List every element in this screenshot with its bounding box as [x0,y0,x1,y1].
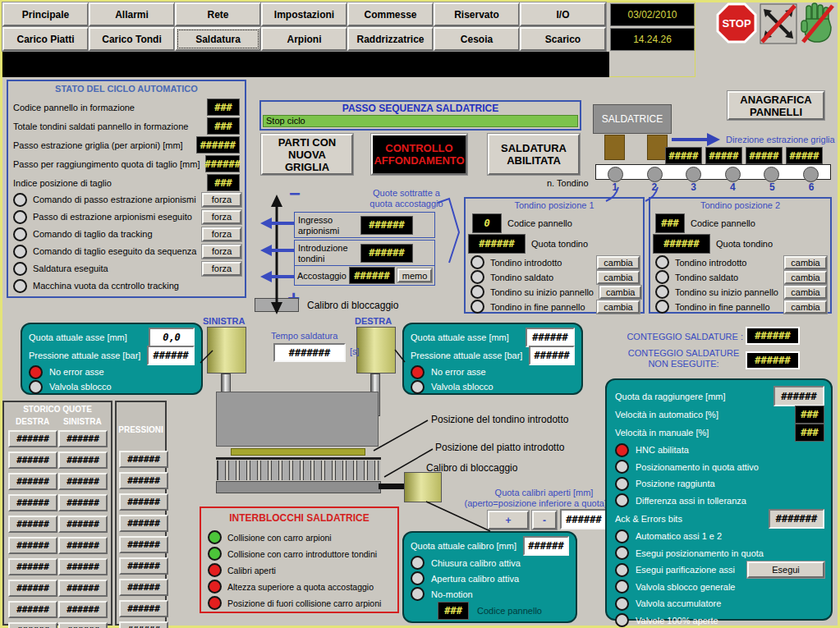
storico-value-cell[interactable]: ###### [58,473,108,490]
quota-raggiungere-display[interactable]: ###### [773,386,824,406]
led-row: Collisione con carro introduttore tondin… [208,546,395,562]
nav-tab[interactable]: Saldatura [175,27,261,51]
storico-value-cell[interactable]: ###### [8,452,57,469]
stato-ciclo-panel: STATO DEL CICLO AUTOMATICO Codice pannel… [7,80,246,298]
roller [686,167,701,182]
pressioni-value-cell[interactable]: ###### [119,536,168,553]
storico-value-cell[interactable]: ###### [58,622,108,628]
controllo-affondamento-button[interactable]: CONTROLLO AFFONDAMENTO [371,134,467,175]
cambia-button[interactable]: cambia [597,300,640,314]
storico-value-cell[interactable]: ###### [58,430,108,447]
pressione-asse-display[interactable]: ###### [147,346,195,365]
status-led-icon [29,365,43,379]
led-row: Posizione raggiunta [615,475,824,493]
cambia-button[interactable]: cambia [784,256,827,269]
cambia-button[interactable]: cambia [784,286,827,299]
saldatura-abilitata-button[interactable]: SALDATURA ABILITATA [488,134,580,175]
forza-button[interactable]: forza [202,227,241,241]
parti-nuova-griglia-button[interactable]: PARTI CON NUOVA GRIGLIA [261,134,353,175]
nav-tab[interactable]: Carico Tondi [89,27,175,51]
led-label: Automatico assi 1 e 2 [636,531,824,541]
nav-tab[interactable]: I/O [520,2,606,26]
forza-button[interactable]: forza [202,262,241,276]
led-row: No-motion [411,586,569,602]
storico-value-cell[interactable]: ###### [58,516,108,533]
storico-value-cell[interactable]: ###### [58,558,108,575]
storico-value-cell[interactable]: ###### [8,516,57,533]
roller-number: 6 [809,181,815,193]
tondino-posizione-1-panel: Tondino posizione 1 0 Codice pannello ##… [464,197,645,314]
cambia-button[interactable]: cambia [597,271,640,284]
status-led-icon [615,613,629,627]
quota-asse-display[interactable]: ###### [526,328,575,347]
pressioni-value-cell[interactable]: ###### [119,451,168,468]
pressioni-value-cell[interactable]: ###### [119,621,168,628]
cambia-button[interactable]: cambia [599,286,641,299]
cambia-button[interactable]: cambia [784,300,827,314]
storico-value-cell[interactable]: ###### [8,622,57,628]
nav-tab[interactable]: Cesoia [434,27,520,51]
cambia-button[interactable]: cambia [784,271,827,284]
stato-field-row: Indice posizione di taglio ### [13,174,240,191]
tondino2-flags: Tondino introdotto cambia Tondino saldat… [655,255,827,314]
calibro-bloccaggio-label: Calibro di bloccaggio [307,300,398,311]
calibri-minus-button[interactable]: - [532,511,557,529]
storico-value-cell[interactable]: ###### [8,473,57,490]
esegui-button[interactable]: Esegui [747,562,824,578]
storico-value-cell[interactable]: ###### [58,537,108,554]
forza-button[interactable]: forza [202,245,241,259]
nav-tab[interactable]: Raddrizzatrice [347,27,434,51]
led-row: Differenza assi in tolleranza [615,493,824,510]
pressioni-value-cell[interactable]: ###### [119,493,168,511]
nav-tab[interactable]: Rete [175,2,261,26]
status-led-icon [29,380,43,394]
conteggio-non-eseguite-label2: NON ESEGUITE: [624,359,743,369]
flag-label: Tondino in fine pannello [675,302,778,312]
storico-value-cell[interactable]: ###### [58,601,108,618]
memo-button[interactable]: memo [397,268,432,282]
roller-numbers: 123456 [595,181,831,193]
nav-tab[interactable]: Arpioni [261,27,347,51]
storico-value-cell[interactable]: ###### [8,558,57,575]
pressioni-value-cell[interactable]: ###### [119,472,168,489]
quota-asse-display[interactable]: 0,0 [149,328,195,347]
quota-asse-label: Quota attuale asse [mm] [29,332,142,342]
tempo-saldatura-display[interactable]: ####### [273,343,346,362]
anagrafica-pannelli-button[interactable]: ANAGRAFICA PANNELLI [728,91,824,120]
led-row: No error asse [29,364,195,379]
flag-led-icon [13,262,27,276]
pressioni-value-cell[interactable]: ###### [119,600,168,617]
nav-tab[interactable]: Allarmi [89,2,175,26]
status-led-icon [615,546,629,560]
pressioni-value-cell[interactable]: ###### [119,557,168,575]
storico-value-cell[interactable]: ###### [8,494,57,511]
forza-button[interactable]: forza [202,193,241,207]
pressioni-value-cell[interactable]: ###### [119,515,168,532]
nav-tab[interactable]: Commesse [347,2,434,26]
nav-tab[interactable]: Scarico [520,27,606,51]
stato-field-row: Codice pannello in formazione ### [13,99,240,116]
nav-tab[interactable]: Riservato [434,2,520,26]
flag-label: Comando di taglio eseguito da sequenza [33,246,196,256]
storico-value-cell[interactable]: ###### [8,580,57,597]
pressioni-value-cell[interactable]: ###### [119,579,168,596]
storico-value-cell[interactable]: ###### [8,601,57,618]
cambia-button[interactable]: cambia [597,256,640,269]
storico-value-cell[interactable]: ###### [8,430,57,447]
quota-calibri-display[interactable]: ###### [560,509,608,529]
storico-value-cell[interactable]: ###### [58,580,108,597]
storico-value-cell[interactable]: ###### [8,537,57,554]
forza-button[interactable]: forza [202,210,241,224]
led-row: Valvola accumulatore [615,595,824,612]
storico-value-cell[interactable]: ###### [58,452,108,469]
calibri-plus-button[interactable]: + [488,511,529,529]
pressione-asse-display[interactable]: ###### [529,346,575,365]
interlock-led-icon [208,547,222,561]
nav-tab[interactable]: Impostazioni [261,2,347,26]
nav-tab[interactable]: Carico Piatti [2,27,89,51]
griglia-quota-display: ##### [665,147,702,164]
nav-tab[interactable]: Principale [2,2,89,26]
storico-sinistra-column: ########################################… [58,430,108,628]
calibro-bloccaggio-caption: Calibro di bloccaggio [426,462,517,474]
storico-value-cell[interactable]: ###### [58,494,108,511]
